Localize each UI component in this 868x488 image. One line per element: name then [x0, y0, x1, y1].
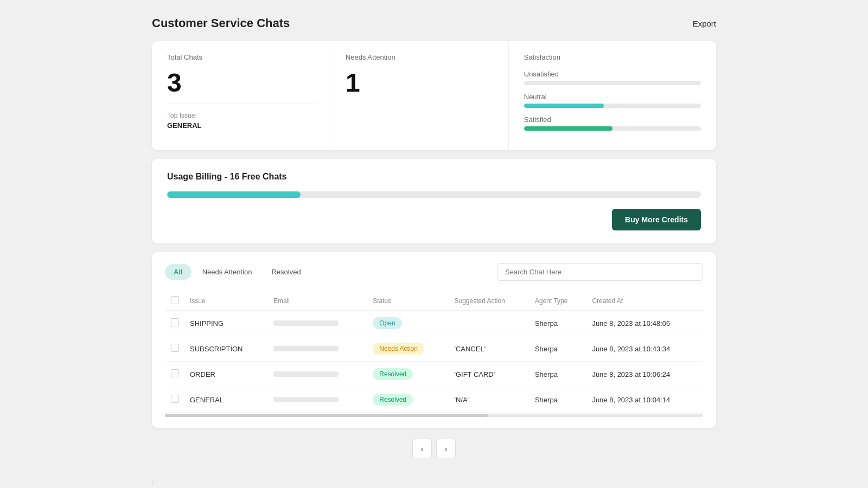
email-placeholder	[273, 346, 339, 351]
page-title: Customer Service Chats	[152, 16, 290, 30]
row-suggested-action: 'GIFT CARD'	[449, 362, 529, 387]
filter-tab-resolved[interactable]: Resolved	[263, 264, 309, 280]
needs-attention-card: Needs Attention 1	[330, 41, 509, 150]
row-agent-type: Sherpa	[529, 362, 586, 387]
buy-more-credits-button[interactable]: Buy More Credits	[612, 209, 701, 230]
stat-divider	[167, 104, 315, 104]
next-page-button[interactable]: ›	[436, 439, 456, 458]
billing-track	[167, 191, 701, 198]
row-email	[268, 362, 367, 387]
scrollbar-thumb	[165, 414, 488, 417]
satisfied-label: Satisfied	[524, 115, 701, 124]
row-issue: GENERAL	[184, 387, 268, 413]
table-body: SHIPPING Open Sherpa June 8, 2023 at 10:…	[165, 311, 703, 413]
table-row[interactable]: GENERAL Resolved 'N/A' Sherpa June 8, 20…	[165, 387, 703, 413]
top-issue-value: GENERAL	[167, 121, 315, 130]
table-header-row: Issue Email Status Suggested Action Agen…	[165, 292, 703, 311]
col-issue: Issue	[184, 292, 268, 311]
row-created-at: June 8, 2023 at 10:43:34	[586, 336, 703, 362]
horizontal-scrollbar[interactable]	[165, 414, 703, 417]
chat-table: Issue Email Status Suggested Action Agen…	[165, 292, 703, 413]
status-badge: Resolved	[373, 394, 413, 406]
list-controls: All Needs Attention Resolved	[165, 263, 703, 281]
col-status: Status	[367, 292, 449, 311]
email-placeholder	[273, 397, 339, 402]
neutral-track	[524, 104, 701, 108]
satisfied-fill	[524, 126, 612, 131]
page-header: Customer Service Chats Export	[152, 16, 716, 30]
col-suggested-action: Suggested Action	[449, 292, 529, 311]
total-chats-card: Total Chats 3 Top Issue: GENERAL	[152, 41, 330, 150]
needs-attention-label: Needs Attention	[346, 53, 493, 61]
neutral-fill	[524, 104, 604, 108]
stats-row: Total Chats 3 Top Issue: GENERAL Needs A…	[152, 41, 716, 150]
col-agent-type: Agent Type	[529, 292, 586, 311]
row-status: Open	[367, 311, 449, 336]
filter-tabs: All Needs Attention Resolved	[165, 264, 310, 280]
row-email	[268, 336, 367, 362]
row-checkbox-cell	[165, 387, 184, 413]
row-checkbox-cell	[165, 362, 184, 387]
row-status: Resolved	[367, 362, 449, 387]
row-email	[268, 311, 367, 336]
satisfaction-card: Satisfaction Unsatisfied Neutral Satisfi…	[509, 41, 716, 150]
chat-list-card: All Needs Attention Resolved Issue Email…	[152, 252, 716, 428]
satisfaction-label: Satisfaction	[524, 53, 701, 61]
table-row[interactable]: SHIPPING Open Sherpa June 8, 2023 at 10:…	[165, 311, 703, 336]
row-created-at: June 8, 2023 at 10:06:24	[586, 362, 703, 387]
needs-attention-value: 1	[346, 70, 493, 96]
row-created-at: June 8, 2023 at 10:48:06	[586, 311, 703, 336]
row-checkbox-3[interactable]	[171, 395, 179, 403]
col-created-at: Created At	[586, 292, 703, 311]
total-chats-label: Total Chats	[167, 53, 315, 61]
row-issue: SUBSCRIPTION	[184, 336, 268, 362]
total-chats-value: 3	[167, 70, 315, 96]
satisfaction-satisfied: Satisfied	[524, 115, 701, 131]
row-checkbox-cell	[165, 336, 184, 362]
billing-actions: Buy More Credits	[167, 209, 701, 230]
header-checkbox[interactable]	[171, 296, 179, 304]
filter-tab-needs-attention[interactable]: Needs Attention	[194, 264, 261, 280]
status-badge: Resolved	[373, 368, 413, 380]
row-suggested-action: 'N/A'	[449, 387, 529, 413]
satisfaction-neutral: Neutral	[524, 93, 701, 108]
row-suggested-action: 'CANCEL'	[449, 336, 529, 362]
search-box[interactable]	[497, 263, 703, 281]
satisfied-track	[524, 126, 701, 131]
row-checkbox-cell	[165, 311, 184, 336]
export-button[interactable]: Export	[693, 19, 716, 28]
row-agent-type: Sherpa	[529, 311, 586, 336]
row-suggested-action	[449, 311, 529, 336]
row-checkbox-1[interactable]	[171, 344, 179, 352]
billing-fill	[167, 191, 301, 198]
neutral-label: Neutral	[524, 93, 701, 101]
filter-tab-all[interactable]: All	[165, 264, 192, 280]
col-email: Email	[268, 292, 367, 311]
row-issue: SHIPPING	[184, 311, 268, 336]
prev-page-button[interactable]: ‹	[412, 439, 432, 458]
billing-title: Usage Billing - 16 Free Chats	[167, 172, 701, 182]
table-row[interactable]: SUBSCRIPTION Needs Action 'CANCEL' Sherp…	[165, 336, 703, 362]
search-input[interactable]	[505, 268, 695, 276]
footer-note: ;	[0, 474, 868, 485]
top-issue-label: Top Issue:	[167, 112, 315, 119]
row-status: Resolved	[367, 387, 449, 413]
satisfaction-unsatisfied: Unsatisfied	[524, 70, 701, 85]
row-created-at: June 8, 2023 at 10:04:14	[586, 387, 703, 413]
unsatisfied-label: Unsatisfied	[524, 70, 701, 78]
email-placeholder	[273, 320, 339, 326]
status-badge: Open	[373, 317, 401, 329]
col-checkbox	[165, 292, 184, 311]
pagination: ‹ ›	[152, 439, 716, 458]
row-agent-type: Sherpa	[529, 387, 586, 413]
row-checkbox-2[interactable]	[171, 369, 179, 377]
row-agent-type: Sherpa	[529, 336, 586, 362]
row-status: Needs Action	[367, 336, 449, 362]
unsatisfied-track	[524, 81, 701, 85]
status-badge: Needs Action	[373, 343, 424, 355]
table-row[interactable]: ORDER Resolved 'GIFT CARD' Sherpa June 8…	[165, 362, 703, 387]
email-placeholder	[273, 371, 339, 377]
row-email	[268, 387, 367, 413]
row-issue: ORDER	[184, 362, 268, 387]
row-checkbox-0[interactable]	[171, 318, 179, 326]
